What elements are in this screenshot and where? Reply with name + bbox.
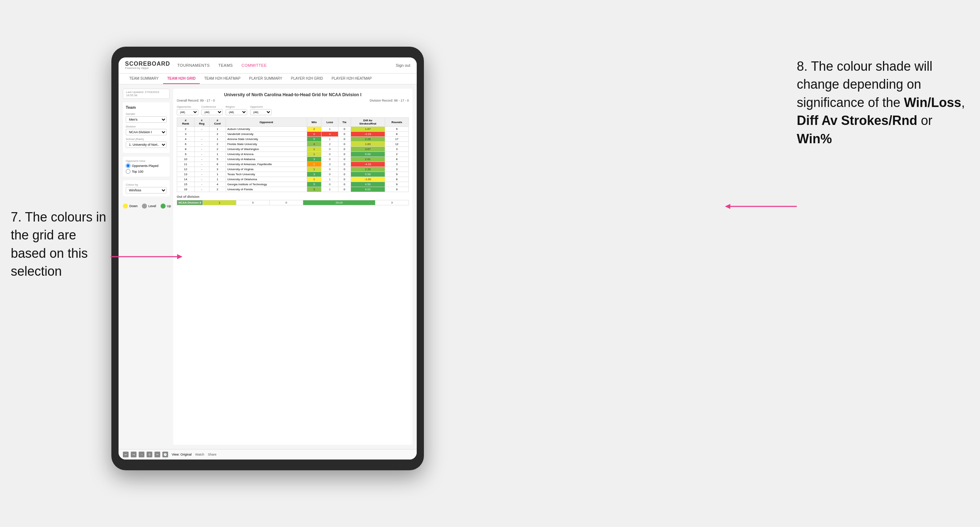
team-label: Team <box>126 105 167 110</box>
logo-text: SCOREBOARD <box>125 61 170 67</box>
division-select[interactable]: NCAA Division I <box>126 129 167 135</box>
colour-by-select[interactable]: Win/loss <box>126 187 167 194</box>
opponent-select[interactable]: (All) <box>250 109 272 115</box>
cell-tie: 0 <box>338 152 351 157</box>
cell-reg: - <box>194 147 209 152</box>
out-of-division-row: NCAA Division II 1 0 0 26.00 3 <box>177 200 409 205</box>
cell-rounds: 8 <box>385 177 409 182</box>
region-select[interactable]: (All) <box>226 109 247 115</box>
gender-select[interactable]: Men's <box>126 116 167 123</box>
tab-player-summary[interactable]: PLAYER SUMMARY <box>245 74 286 84</box>
cell-loss: 1 <box>321 177 338 182</box>
cell-rank: 15 <box>177 182 195 187</box>
cell-conf: 2 <box>209 142 226 147</box>
cell-rank: 10 <box>177 157 195 162</box>
legend-up-label: Up <box>167 204 171 208</box>
nav-committee[interactable]: COMMITTEE <box>242 63 267 67</box>
cell-rank: 2 <box>177 127 195 132</box>
cell-tie: 0 <box>338 142 351 147</box>
cell-win: 1 <box>307 147 321 152</box>
out-of-division: Out of division NCAA Division II 1 0 0 2… <box>177 195 409 205</box>
cell-reg: - <box>194 127 209 132</box>
out-of-division-label: Out of division <box>177 195 409 198</box>
col-reg: #Reg <box>194 118 209 127</box>
cell-opponent: University of Virginia <box>226 167 307 172</box>
svg-marker-3 <box>725 204 730 209</box>
toolbar-icons: ↩ ↪ → ⎘ ✂ 🕐 <box>123 452 168 457</box>
cell-reg: - <box>194 167 209 172</box>
undo-icon[interactable]: ↩ <box>123 452 129 457</box>
share-button[interactable]: Share <box>208 453 216 456</box>
radio-top-100[interactable]: Top 100 <box>126 169 167 174</box>
sidebar-team-section: Team Gender Men's Division NCAA Division… <box>123 102 170 153</box>
nav-tournaments[interactable]: TOURNAMENTS <box>177 63 210 67</box>
cell-reg: - <box>194 152 209 157</box>
legend-dot-up <box>161 203 165 209</box>
forward-icon[interactable]: → <box>138 452 145 457</box>
opponents-select[interactable]: (All) <box>177 109 198 115</box>
cell-rounds: 3 <box>385 162 409 167</box>
sign-out[interactable]: Sign out <box>396 63 410 67</box>
opponent-view-section: Opponent View Opponents Played Top 100 <box>123 157 170 177</box>
tab-team-h2h-heatmap[interactable]: TEAM H2H HEATMAP <box>200 74 245 84</box>
nav-items: TOURNAMENTS TEAMS COMMITTEE <box>177 63 389 67</box>
cell-opponent: University of Florida <box>226 187 307 192</box>
copy-icon[interactable]: ⎘ <box>146 452 152 457</box>
opponent-view-label: Opponent View <box>126 159 167 163</box>
cell-loss: 0 <box>321 152 338 157</box>
tab-player-h2h-heatmap[interactable]: PLAYER H2H HEATMAP <box>327 74 376 84</box>
school-select[interactable]: 1. University of Nort... <box>126 141 167 148</box>
cell-rank: 4 <box>177 137 195 142</box>
conference-select[interactable]: (All) <box>201 109 223 115</box>
cell-loss: 1 <box>321 127 338 132</box>
col-diff: Diff AvStrokes/Rnd <box>351 118 385 127</box>
cut-icon[interactable]: ✂ <box>154 452 160 457</box>
annotation-arrow-right <box>725 201 797 212</box>
cell-diff: 1.83 <box>351 142 385 147</box>
cell-rounds: 8 <box>385 157 409 162</box>
filter-conference: Conference (All) <box>201 105 223 115</box>
cell-rounds: 9 <box>385 127 409 132</box>
tab-team-h2h-grid[interactable]: TEAM H2H GRID <box>163 74 200 84</box>
gender-field: Gender Men's <box>126 113 167 123</box>
cell-rank: 16 <box>177 187 195 192</box>
radio-opponents-played[interactable]: Opponents Played <box>126 163 167 168</box>
tab-player-h2h-grid[interactable]: PLAYER H2H GRID <box>287 74 327 84</box>
cell-rounds: 9 <box>385 182 409 187</box>
data-table: #Rank #Reg #Conf Opponent Win Loss Tie D… <box>177 117 409 192</box>
gender-label: Gender <box>126 113 167 116</box>
cell-reg <box>194 132 209 137</box>
ncaa-division-ii: NCAA Division II <box>177 200 203 205</box>
filters-row: Opponents: (All) Conference (All) Region… <box>177 105 409 115</box>
od-rounds: 3 <box>375 200 409 205</box>
tab-team-summary[interactable]: TEAM SUMMARY <box>125 74 163 84</box>
table-row: 2 - 1 Auburn University 2 1 0 1.67 9 <box>177 127 409 132</box>
redo-icon[interactable]: ↪ <box>131 452 137 457</box>
watch-button[interactable]: Watch <box>195 453 204 456</box>
nav-teams[interactable]: TEAMS <box>218 63 233 67</box>
cell-loss: 0 <box>321 167 338 172</box>
legend-dot-level <box>142 203 147 209</box>
school-field: School (Rank) 1. University of Nort... <box>126 138 167 148</box>
cell-rounds: 8 <box>385 132 409 137</box>
sub-nav: TEAM SUMMARY TEAM H2H GRID TEAM H2H HEAT… <box>119 74 417 84</box>
col-tie: Tie <box>338 118 351 127</box>
col-conf: #Conf <box>209 118 226 127</box>
cell-rank: 3 <box>177 132 195 137</box>
cell-loss: 0 <box>321 182 338 187</box>
legend-up: Up <box>161 203 171 209</box>
clock-icon[interactable]: 🕐 <box>162 452 168 457</box>
cell-reg: - <box>194 157 209 162</box>
table-row: 6 - 2 Florida State University 4 2 0 1.8… <box>177 142 409 147</box>
filter-opponents: Opponents: (All) <box>177 105 198 115</box>
cell-diff: -1.00 <box>351 177 385 182</box>
tablet-frame: SCOREBOARD Powered by clippd TOURNAMENTS… <box>111 47 424 470</box>
cell-tie: 0 <box>338 177 351 182</box>
cell-diff: -4.33 <box>351 162 385 167</box>
col-loss: Loss <box>321 118 338 127</box>
cell-diff: 6.62 <box>351 187 385 192</box>
cell-opponent: Auburn University <box>226 127 307 132</box>
table-row: 8 - 2 University of Washington 1 0 0 3.6… <box>177 147 409 152</box>
legend-down-label: Down <box>129 204 138 208</box>
cell-rank: 13 <box>177 172 195 177</box>
